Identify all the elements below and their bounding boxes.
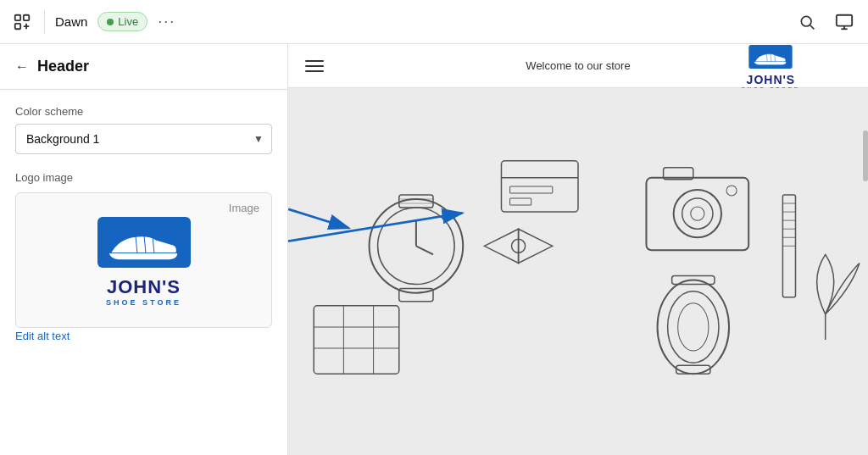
welcome-text: Welcome to our store [526,59,630,72]
preview-topbar: Welcome to our store JOHN'S SHOE STORE [288,44,868,88]
monitor-button[interactable] [831,8,858,36]
topbar-divider [44,10,45,34]
svg-rect-5 [837,14,852,25]
color-scheme-select[interactable]: Background 1 Background 2 Accent 1 [15,124,272,154]
svg-point-32 [682,198,713,229]
edit-alt-text-link[interactable]: Edit alt text [15,330,70,342]
sidebar-header: ← Header [0,44,287,90]
search-button[interactable] [793,8,821,36]
svg-rect-0 [15,14,20,19]
svg-point-31 [674,190,721,237]
image-label: Image [229,202,259,214]
svg-point-38 [678,303,709,351]
shoe-logo-svg [93,208,195,276]
store-logo-preview: JOHN'S SHOE STORE [742,44,800,92]
sidebar: ← Header Color scheme Background 1 Backg… [0,44,288,455]
svg-rect-1 [15,23,20,28]
svg-point-37 [668,291,719,363]
site-name: Dawn [55,14,87,29]
svg-rect-29 [510,198,531,205]
svg-point-35 [726,186,737,196]
svg-line-4 [810,25,815,29]
svg-line-19 [416,246,433,254]
sidebar-content: Color scheme Background 1 Background 2 A… [0,90,287,358]
topbar-right [793,8,858,36]
back-button[interactable]: ← [15,59,29,75]
live-label: Live [118,15,138,28]
logo-upload-box[interactable]: Image [15,192,272,328]
preview-area: Welcome to our store JOHN'S SHOE STORE [288,44,868,455]
johns-text: JOHN'S [107,276,181,298]
svg-rect-48 [314,306,399,374]
svg-point-3 [801,16,811,26]
live-badge[interactable]: Live [97,12,147,31]
svg-point-33 [691,207,704,220]
svg-rect-28 [510,186,553,193]
svg-rect-30 [646,178,748,251]
color-scheme-field: Background 1 Background 2 Accent 1 ▼ [15,124,272,154]
logo-section: Logo image Image [15,171,272,343]
logo-preview: JOHN'S SHOE STORE [68,207,220,308]
preview-content [288,88,868,455]
svg-rect-40 [676,365,710,374]
topbar: Dawn Live ··· [0,0,868,44]
live-dot [107,19,114,25]
shoe-store-text: SHOE STORE [106,298,181,307]
hamburger-menu[interactable] [305,60,324,72]
topbar-left: Dawn Live ··· [10,10,175,34]
ham-line-3 [305,70,324,72]
exit-icon[interactable] [10,10,34,34]
scroll-handle[interactable] [863,130,868,181]
ham-line-2 [305,65,324,67]
main-area: ← Header Color scheme Background 1 Backg… [0,44,868,455]
sidebar-title: Header [37,58,89,75]
store-name-text: JOHN'S [747,73,796,86]
logo-image-label: Logo image [15,171,272,184]
svg-rect-2 [24,14,29,19]
ham-line-1 [305,60,324,62]
more-button[interactable]: ··· [158,13,175,31]
store-logo-svg [747,44,794,73]
color-scheme-label: Color scheme [15,105,272,118]
sketch-illustration [288,88,868,455]
